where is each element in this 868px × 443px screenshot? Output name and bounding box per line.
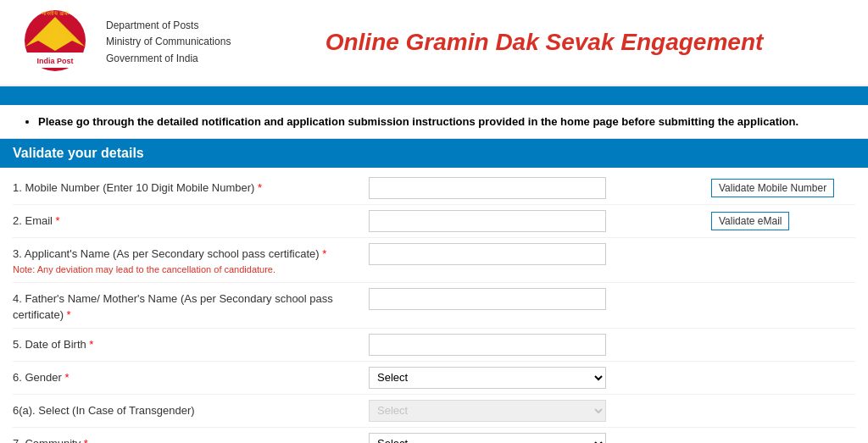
header: India Post भारतीय डाक Department of Post…: [0, 0, 868, 86]
notice-area: Please go through the detailed notificat…: [0, 105, 868, 139]
action-email: Validate eMail: [703, 210, 855, 230]
label-parent-name: 4. Father's Name/ Mother's Name (As per …: [13, 288, 369, 322]
community-select[interactable]: Select General OBC SC ST: [369, 433, 606, 443]
form-row-parent-name: 4. Father's Name/ Mother's Name (As per …: [13, 283, 855, 328]
svg-text:भारतीय डाक: भारतीय डाक: [42, 10, 70, 16]
input-area-dob: [369, 334, 703, 356]
input-area-applicant-name: [369, 243, 703, 265]
form-area: 1. Mobile Number (Enter 10 Digit Mobile …: [0, 168, 868, 443]
form-row-transgender: 6(a). Select (In Case of Transgender) Se…: [13, 395, 855, 428]
label-email: 2. Email *: [13, 210, 369, 229]
label-gender: 6. Gender *: [13, 367, 369, 385]
form-row-dob: 5. Date of Birth *: [13, 329, 855, 362]
input-area-email: [369, 210, 703, 232]
mobile-input[interactable]: [369, 177, 606, 199]
input-area-community: Select General OBC SC ST: [369, 433, 703, 443]
input-area-parent-name: [369, 288, 703, 310]
applicant-name-input[interactable]: [369, 243, 606, 265]
notice-text: Please go through the detailed notificat…: [38, 115, 851, 128]
validate-email-button[interactable]: Validate eMail: [711, 212, 789, 230]
india-post-logo: India Post भारतीय डाक: [17, 8, 93, 76]
blue-bar-divider: [0, 86, 868, 105]
form-row-email: 2. Email * Validate eMail: [13, 205, 855, 238]
svg-text:India Post: India Post: [36, 57, 73, 65]
label-community: 7. Community *: [13, 433, 369, 443]
form-row-gender: 6. Gender * Select Male Female Transgend…: [13, 362, 855, 395]
label-transgender: 6(a). Select (In Case of Transgender): [13, 400, 369, 418]
page-title: Online Gramin Dak Sevak Engagement: [237, 29, 851, 56]
form-row-applicant-name: 3. Applicant's Name (As per Secondary sc…: [13, 238, 855, 283]
label-mobile: 1. Mobile Number (Enter 10 Digit Mobile …: [13, 177, 369, 196]
parent-name-input[interactable]: [369, 288, 606, 310]
form-row-community: 7. Community * Select General OBC SC ST: [13, 428, 855, 443]
form-row-mobile: 1. Mobile Number (Enter 10 Digit Mobile …: [13, 172, 855, 205]
validate-mobile-button[interactable]: Validate Mobile Number: [711, 179, 834, 197]
section-heading: Validate your details: [0, 139, 868, 168]
label-applicant-name: 3. Applicant's Name (As per Secondary sc…: [13, 243, 369, 277]
gender-select[interactable]: Select Male Female Transgender: [369, 367, 606, 389]
dob-input[interactable]: [369, 334, 606, 356]
action-mobile: Validate Mobile Number: [703, 177, 855, 197]
header-org: Department of Posts Ministry of Communic…: [106, 18, 231, 67]
input-area-mobile: [369, 177, 703, 199]
label-dob: 5. Date of Birth *: [13, 334, 369, 352]
header-logo: India Post भारतीय डाक Department of Post…: [17, 8, 237, 76]
transgender-select[interactable]: Select: [369, 400, 606, 422]
input-area-gender: Select Male Female Transgender: [369, 367, 703, 389]
email-input[interactable]: [369, 210, 606, 232]
input-area-transgender: Select: [369, 400, 703, 422]
